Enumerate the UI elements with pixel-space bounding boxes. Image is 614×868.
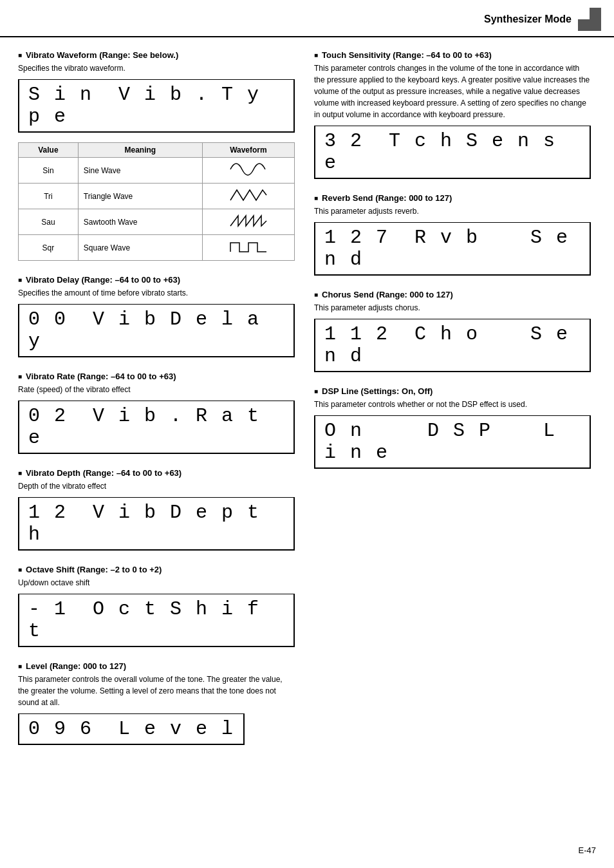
table-row: Sau Sawtooth Wave (19, 209, 295, 235)
lcd-touch-sensitivity: 3 2 T c h S e n s e (314, 126, 591, 179)
page-number: E-47 (579, 845, 596, 855)
table-row: Sin Sine Wave (19, 158, 295, 184)
section-title-chorus-send: Chorus Send (Range: 000 to 127) (314, 290, 591, 299)
col-header-meaning: Meaning (78, 143, 202, 158)
lcd-vibrato-waveform: S i n V i b . T y p e (18, 79, 295, 133)
section-vibrato-waveform: Vibrato Waveform (Range: See below.) Spe… (18, 50, 295, 261)
lcd-vibrato-rate: 0 2 V i b . R a t e (18, 401, 295, 454)
square-wave-icon (229, 238, 268, 256)
section-desc-vibrato-delay: Specifies the amount of time before vibr… (18, 287, 295, 299)
section-title-vibrato-delay: Vibrato Delay (Range: –64 to 00 to +63) (18, 275, 295, 285)
section-title-reverb-send: Reverb Send (Range: 000 to 127) (314, 193, 591, 203)
section-level: Level (Range: 000 to 127) This parameter… (18, 661, 295, 745)
lcd-reverb-send: 1 2 7 R v b S e n d (314, 222, 591, 276)
triangle-wave-icon (229, 186, 268, 204)
section-title-vibrato-waveform: Vibrato Waveform (Range: See below.) (18, 50, 295, 60)
col-header-value: Value (19, 143, 79, 158)
section-touch-sensitivity: Touch Sensitivity (Range: –64 to 00 to +… (314, 50, 591, 179)
lcd-level: 0 9 6 L e v e l (18, 713, 245, 745)
col-header-waveform: Waveform (202, 143, 294, 158)
section-title-level: Level (Range: 000 to 127) (18, 661, 295, 671)
section-octave-shift: Octave Shift (Range: –2 to 0 to +2) Up/d… (18, 565, 295, 647)
table-row: Sqr Square Wave (19, 235, 295, 261)
sawtooth-wave-icon (229, 212, 268, 230)
section-desc-level: This parameter controls the overall volu… (18, 674, 295, 708)
section-desc-touch-sensitivity: This parameter controls changes in the v… (314, 62, 591, 120)
section-desc-octave-shift: Up/down octave shift (18, 577, 295, 589)
section-title-octave-shift: Octave Shift (Range: –2 to 0 to +2) (18, 565, 295, 574)
lcd-vibrato-delay: 0 0 V i b D e l a y (18, 304, 295, 357)
section-title-vibrato-rate: Vibrato Rate (Range: –64 to 00 to +63) (18, 372, 295, 381)
section-desc-reverb-send: This parameter adjusts reverb. (314, 205, 591, 217)
section-title-dsp-line: DSP Line (Settings: On, Off) (314, 386, 591, 396)
waveform-table: Value Meaning Waveform Sin Sine Wave (18, 142, 295, 261)
header-icon (578, 8, 601, 31)
section-title-vibrato-depth: Vibrato Depth (Range: –64 to 00 to +63) (18, 468, 295, 478)
page-header: Synthesizer Mode (0, 0, 614, 37)
section-vibrato-delay: Vibrato Delay (Range: –64 to 00 to +63) … (18, 275, 295, 357)
section-vibrato-rate: Vibrato Rate (Range: –64 to 00 to +63) R… (18, 372, 295, 454)
lcd-dsp-line: O n D S P L i n e (314, 415, 591, 469)
section-reverb-send: Reverb Send (Range: 000 to 127) This par… (314, 193, 591, 276)
section-desc-vibrato-rate: Rate (speed) of the vibrato effect (18, 384, 295, 395)
section-dsp-line: DSP Line (Settings: On, Off) This parame… (314, 386, 591, 469)
main-content: Vibrato Waveform (Range: See below.) Spe… (0, 37, 614, 772)
left-column: Vibrato Waveform (Range: See below.) Spe… (18, 50, 295, 759)
section-desc-dsp-line: This parameter controls whether or not t… (314, 399, 591, 410)
sine-wave-icon (229, 160, 268, 178)
table-row: Tri Triangle Wave (19, 184, 295, 209)
section-desc-chorus-send: This parameter adjusts chorus. (314, 302, 591, 314)
section-vibrato-depth: Vibrato Depth (Range: –64 to 00 to +63) … (18, 468, 295, 551)
right-column: Touch Sensitivity (Range: –64 to 00 to +… (314, 50, 591, 759)
section-chorus-send: Chorus Send (Range: 000 to 127) This par… (314, 290, 591, 372)
lcd-vibrato-depth: 1 2 V i b D e p t h (18, 497, 295, 551)
section-desc-vibrato-depth: Depth of the vibrato effect (18, 480, 295, 492)
section-title-touch-sensitivity: Touch Sensitivity (Range: –64 to 00 to +… (314, 50, 591, 60)
lcd-chorus-send: 1 1 2 C h o S e n d (314, 319, 591, 372)
page-title: Synthesizer Mode (484, 14, 572, 25)
lcd-octave-shift: - 1 O c t S h i f t (18, 594, 295, 647)
section-desc-vibrato-waveform: Specifies the vibrato waveform. (18, 62, 295, 74)
